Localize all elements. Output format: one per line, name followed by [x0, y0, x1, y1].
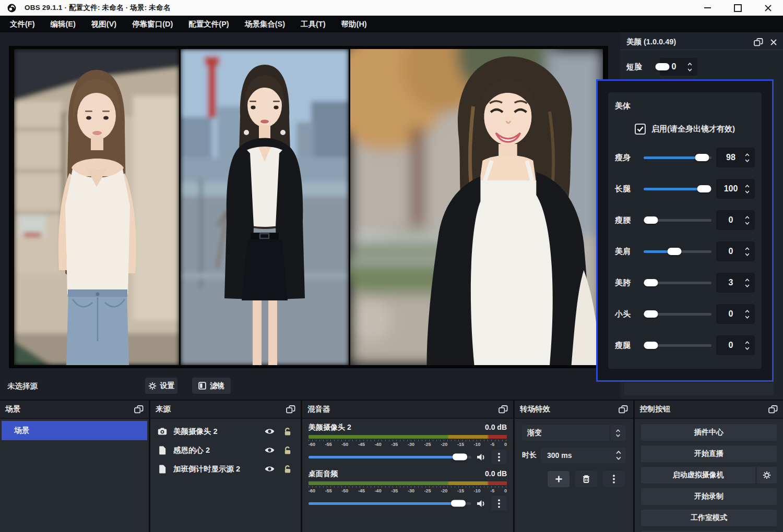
menu-item[interactable]: 配置文件(P) — [181, 16, 236, 32]
controls-dock-header: 控制按钮 — [635, 401, 783, 419]
close-button[interactable] — [753, 0, 783, 16]
mixer-channel: 美颜摄像头 20.0 dB-60-55-50-45-40-35-30-25-20… — [309, 423, 507, 464]
volume-slider[interactable] — [309, 456, 471, 458]
volume-slider[interactable] — [309, 502, 471, 505]
dock-icon[interactable] — [286, 405, 295, 414]
menu-item[interactable]: 视图(V) — [84, 16, 124, 32]
slider-track[interactable] — [644, 282, 711, 284]
slider-handle[interactable] — [697, 185, 711, 192]
dock-icon[interactable] — [134, 405, 144, 414]
add-transition-button[interactable] — [548, 471, 570, 487]
obs-logo-icon — [7, 4, 16, 13]
filters-label: 滤镜 — [210, 381, 224, 391]
scale-tick: -30 — [408, 442, 414, 447]
channel-menu-button[interactable] — [491, 450, 507, 464]
dock-icon[interactable] — [499, 405, 508, 414]
slider-track[interactable] — [644, 156, 711, 159]
menu-item[interactable]: 场景集合(S) — [237, 16, 293, 32]
chevron-down-icon — [744, 316, 750, 319]
value-spinner[interactable] — [743, 341, 751, 350]
slider-track[interactable] — [644, 344, 711, 347]
lock-toggle[interactable] — [281, 427, 294, 436]
slider-track[interactable] — [644, 219, 711, 222]
remove-transition-button[interactable] — [575, 471, 597, 487]
slider-track[interactable] — [644, 313, 711, 316]
value-spinner[interactable] — [743, 216, 751, 225]
control-buttons: 插件中心开始直播启动虚拟摄像机开始录制工作室模式 — [635, 419, 783, 532]
source-filters-button[interactable]: 滤镜 — [192, 378, 231, 394]
enable-checkbox[interactable] — [635, 124, 646, 135]
slider-value[interactable]: 0 — [718, 247, 743, 256]
dock-icon[interactable] — [768, 405, 778, 414]
menu-item[interactable]: 工具(T) — [293, 16, 334, 32]
source-row[interactable]: 美颜摄像头 2 — [150, 422, 301, 441]
check-icon — [637, 126, 644, 132]
slider-handle[interactable] — [695, 154, 709, 161]
source-row[interactable]: 加班倒计时显示源 2 — [150, 460, 301, 478]
visibility-toggle[interactable] — [263, 465, 276, 473]
lock-toggle[interactable] — [281, 446, 294, 455]
chevron-up-icon — [744, 216, 750, 219]
popout-dock-icon[interactable] — [754, 38, 763, 46]
value-spinner[interactable] — [686, 63, 694, 71]
transition-properties-button[interactable] — [603, 471, 625, 487]
slider-value[interactable]: 98 — [718, 153, 743, 162]
slider-handle[interactable] — [656, 63, 670, 70]
slider-value[interactable]: 0 — [718, 215, 743, 225]
value-spinner[interactable] — [743, 185, 751, 194]
value-spinner[interactable] — [743, 279, 751, 287]
volume-handle[interactable] — [453, 454, 467, 461]
control-button[interactable]: 启动虚拟摄像机 — [641, 467, 755, 483]
menu-item[interactable]: 停靠窗口(D) — [124, 16, 181, 32]
value-spinner[interactable] — [743, 310, 751, 319]
slider-track[interactable] — [644, 188, 711, 190]
slider-handle[interactable] — [644, 279, 658, 286]
mute-button[interactable] — [476, 499, 487, 508]
minimize-button[interactable] — [692, 0, 722, 16]
duration-value: 300 ms — [541, 451, 611, 460]
visibility-toggle[interactable] — [263, 428, 276, 435]
chevron-up-icon — [744, 247, 750, 250]
duration-spinbox[interactable]: 300 ms — [541, 448, 626, 463]
slider-value[interactable]: 0 — [718, 341, 743, 350]
source-row[interactable]: 感恩的心 2 — [150, 441, 301, 460]
slider-track[interactable] — [644, 250, 711, 253]
volume-handle[interactable] — [451, 500, 466, 507]
close-dock-icon[interactable] — [770, 39, 777, 45]
mute-button[interactable] — [476, 453, 487, 462]
virtual-camera-config-button[interactable] — [757, 467, 777, 483]
visibility-toggle[interactable] — [263, 446, 276, 454]
duration-spinner[interactable] — [611, 451, 626, 460]
slider-value[interactable]: 3 — [718, 278, 743, 287]
scale-tick: -20 — [441, 488, 447, 493]
slider-value[interactable]: 100 — [718, 184, 743, 194]
slider-handle[interactable] — [644, 310, 658, 318]
source-settings-button[interactable]: 设置 — [145, 378, 177, 394]
slider-handle[interactable] — [644, 342, 658, 349]
menu-item[interactable]: 编辑(E) — [43, 16, 84, 32]
slider-handle[interactable] — [644, 216, 658, 224]
channel-name: 桌面音频 — [309, 469, 338, 479]
maximize-button[interactable] — [722, 0, 753, 16]
preview-canvas[interactable] — [9, 46, 608, 368]
dock-icon[interactable] — [619, 405, 628, 414]
meter-ticks — [309, 440, 507, 441]
scale-tick: 0 — [504, 488, 507, 493]
eye-icon — [264, 465, 275, 473]
scene-item[interactable]: 场景 — [2, 421, 147, 440]
control-button[interactable]: 开始直播 — [641, 445, 777, 462]
control-button[interactable]: 开始录制 — [641, 488, 777, 505]
slider-label: 短脸 — [626, 62, 650, 72]
control-button[interactable]: 插件中心 — [641, 424, 777, 441]
transition-selected: 渐变 — [522, 428, 610, 438]
channel-menu-button[interactable] — [491, 496, 507, 511]
value-spinner[interactable] — [743, 153, 751, 162]
lock-toggle[interactable] — [281, 465, 294, 474]
transition-select[interactable]: 渐变 — [522, 425, 626, 441]
slider-value[interactable]: 0 — [718, 309, 743, 319]
value-spinner[interactable] — [743, 247, 751, 256]
menu-item[interactable]: 文件(F) — [2, 16, 43, 32]
slider-handle[interactable] — [667, 248, 681, 255]
menu-item[interactable]: 帮助(H) — [334, 16, 375, 32]
control-button[interactable]: 工作室模式 — [641, 510, 777, 526]
